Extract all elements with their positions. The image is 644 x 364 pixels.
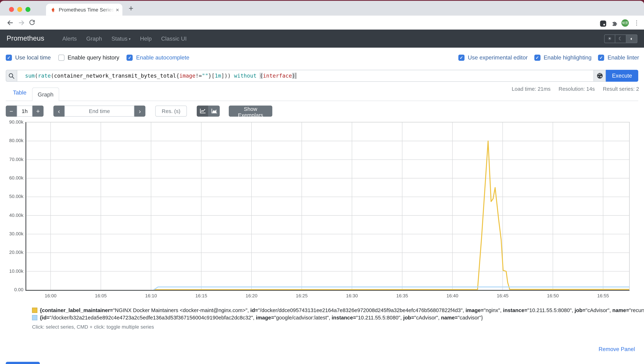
window-close-button[interactable] — [9, 7, 14, 12]
checkbox-checked-icon[interactable]: ✓ — [598, 54, 604, 60]
reload-icon[interactable] — [28, 18, 36, 27]
prometheus-favicon — [50, 7, 56, 12]
add-panel-button[interactable] — [6, 362, 40, 364]
checkbox-checked-icon[interactable]: ✓ — [127, 54, 133, 60]
settings-left: ✓Use local time Enable query history ✓En… — [6, 48, 190, 67]
range-input[interactable] — [17, 106, 32, 116]
x-axis-tick: 16:55 — [589, 293, 618, 298]
y-axis-tick: 40.00k — [0, 212, 23, 218]
browser-window: Prometheus Time Series Collec × + 不安全 10… — [0, 1, 644, 364]
tab-strip: Prometheus Time Series Collec × + — [0, 1, 644, 16]
settings-right: ✓Use experimental editor ✓Enable highlig… — [458, 48, 639, 67]
y-axis-tick: 0.00 — [0, 287, 23, 292]
checkbox-checked-icon[interactable]: ✓ — [534, 54, 540, 60]
tab-table[interactable]: Table — [8, 90, 31, 96]
enable-highlighting-checkbox[interactable]: ✓Enable highlighting — [534, 54, 592, 60]
checkbox-checked-icon[interactable]: ✓ — [458, 54, 464, 60]
expression-input[interactable]: sum(rate(container_network_transmit_byte… — [17, 70, 594, 82]
checkbox-checked-icon[interactable]: ✓ — [6, 54, 12, 60]
end-time-input[interactable] — [64, 106, 134, 116]
use-experimental-editor-checkbox[interactable]: ✓Use experimental editor — [458, 54, 528, 60]
x-axis-tick: 16:45 — [488, 293, 517, 298]
y-axis-tick: 60.00k — [0, 175, 23, 180]
profile-avatar[interactable]: 铭贤 — [621, 19, 629, 27]
use-local-time-checkbox[interactable]: ✓Use local time — [6, 54, 51, 60]
nav-link-status[interactable]: Status▾ — [112, 36, 131, 42]
auto-theme-button[interactable]: ◐ — [626, 34, 638, 43]
query-bar: sum(rate(container_network_transmit_byte… — [6, 70, 638, 82]
nav-link-help[interactable]: Help — [140, 36, 152, 42]
metrics-explorer-button[interactable] — [594, 70, 606, 82]
browser-menu-icon[interactable] — [632, 19, 641, 27]
x-axis-tick: 16:05 — [86, 293, 115, 298]
tabs-divider — [6, 100, 638, 101]
line-chart-icon[interactable] — [197, 106, 208, 116]
back-icon[interactable] — [6, 18, 14, 27]
show-exemplars-button[interactable]: Show Exemplars — [229, 106, 272, 116]
tab-close-icon[interactable]: × — [116, 7, 119, 12]
x-axis-tick: 16:20 — [237, 293, 266, 298]
x-axis-tick: 16:35 — [388, 293, 416, 298]
x-axis-tick: 16:25 — [287, 293, 316, 298]
enable-query-history-checkbox[interactable]: Enable query history — [58, 54, 119, 60]
series-swatch-blue — [32, 315, 38, 320]
tab-graph[interactable]: Graph — [32, 88, 59, 101]
legend-row[interactable]: {id="/docker/b32a21eda5e892c4e4723a2c5ed… — [32, 314, 644, 321]
series-swatch-yellow — [32, 308, 38, 313]
chart-legend: {container_label_maintainer="NGINX Docke… — [32, 307, 644, 330]
x-axis-tick: 16:15 — [187, 293, 216, 298]
y-axis-tick: 10.00k — [0, 268, 23, 273]
time-forward-button[interactable]: › — [134, 106, 145, 116]
nav-link-classic-ui[interactable]: Classic UI — [161, 36, 187, 42]
light-theme-button[interactable]: ☀ — [604, 34, 615, 43]
window-zoom-button[interactable] — [26, 7, 30, 12]
browser-tab[interactable]: Prometheus Time Series Collec × — [46, 4, 122, 16]
load-time: Load time: 21ms — [512, 86, 550, 92]
x-axis-tick: 16:40 — [438, 293, 467, 298]
extension-app-icon[interactable] — [599, 19, 607, 28]
y-axis-tick: 90.00k — [0, 120, 23, 124]
text-cursor — [296, 73, 296, 79]
y-axis-tick: 30.00k — [0, 231, 23, 236]
globe-icon — [596, 72, 603, 79]
legend-label: {container_label_maintainer="NGINX Docke… — [40, 307, 644, 313]
time-back-button[interactable]: ‹ — [53, 106, 64, 116]
plot-area[interactable] — [26, 122, 630, 291]
graph-controls: − + ‹ › Show Exemplars — [6, 106, 272, 116]
new-tab-button[interactable]: + — [126, 3, 136, 14]
resolution: Resolution: 14s — [559, 86, 595, 92]
execute-button[interactable]: Execute — [606, 70, 638, 82]
window-minimize-button[interactable] — [17, 7, 22, 12]
chart-canvas — [26, 122, 629, 290]
enable-autocomplete-checkbox[interactable]: ✓Enable autocomplete — [127, 54, 190, 60]
x-axis-tick: 16:00 — [36, 293, 65, 298]
legend-row[interactable]: {container_label_maintainer="NGINX Docke… — [32, 307, 644, 313]
window-controls — [9, 7, 30, 12]
dark-theme-button[interactable]: ☾ — [615, 34, 626, 43]
forward-icon[interactable] — [17, 18, 26, 27]
resolution-input[interactable] — [155, 106, 187, 116]
nav-link-graph[interactable]: Graph — [86, 36, 102, 42]
y-axis-tick: 20.00k — [0, 250, 23, 254]
remove-panel-link[interactable]: Remove Panel — [598, 346, 635, 352]
query-expression: sum(rate(container_network_transmit_byte… — [25, 73, 295, 79]
x-axis-tick: 16:10 — [137, 293, 166, 298]
app-navbar: Prometheus Alerts Graph Status▾ Help Cla… — [0, 30, 644, 48]
theme-toggle-group: ☀ ☾ ◐ — [604, 34, 637, 43]
checkbox-unchecked-icon[interactable] — [58, 54, 64, 60]
tab-title: Prometheus Time Series Collec — [59, 7, 114, 12]
nav-link-alerts[interactable]: Alerts — [62, 36, 77, 42]
result-series: Result series: 2 — [603, 86, 639, 92]
range-increase-button[interactable]: + — [32, 106, 44, 116]
x-axis-tick: 16:50 — [538, 293, 567, 298]
app-brand[interactable]: Prometheus — [7, 34, 44, 43]
x-axis-tick: 16:30 — [338, 293, 366, 298]
y-axis-tick: 50.00k — [0, 194, 23, 199]
y-axis-tick: 70.00k — [0, 157, 23, 162]
range-decrease-button[interactable]: − — [6, 106, 17, 116]
enable-linter-checkbox[interactable]: ✓Enable linter — [598, 54, 639, 60]
query-stats: Load time: 21ms Resolution: 14s Result s… — [505, 86, 639, 92]
stacked-chart-icon[interactable] — [208, 106, 220, 116]
legend-hint: Click: select series, CMD + click: toggl… — [32, 324, 644, 330]
extensions-puzzle-icon[interactable] — [610, 19, 619, 28]
